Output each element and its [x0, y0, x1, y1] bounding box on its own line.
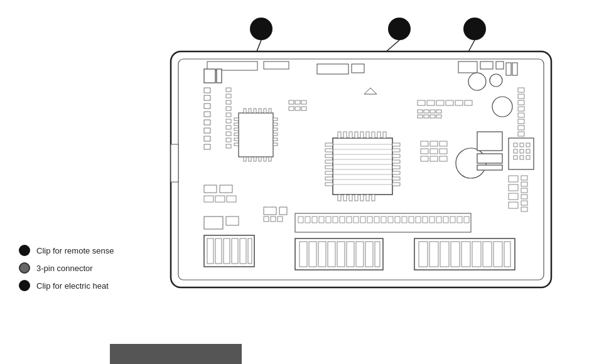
- svg-rect-142: [518, 132, 524, 136]
- svg-rect-144: [514, 143, 517, 147]
- svg-rect-212: [521, 201, 527, 205]
- svg-rect-17: [352, 64, 364, 73]
- svg-rect-229: [264, 217, 269, 222]
- svg-rect-117: [427, 100, 434, 105]
- svg-rect-116: [418, 100, 425, 105]
- legend-dot-electric-heat: [19, 280, 30, 291]
- svg-rect-89: [325, 171, 333, 174]
- svg-rect-206: [457, 217, 462, 223]
- svg-rect-137: [518, 100, 524, 105]
- svg-rect-224: [421, 156, 428, 161]
- svg-rect-27: [204, 104, 210, 109]
- svg-rect-157: [232, 238, 238, 264]
- legend-dot-remote-sense: [19, 245, 30, 256]
- svg-rect-135: [518, 88, 524, 92]
- svg-rect-20: [496, 62, 504, 69]
- svg-rect-199: [409, 217, 414, 223]
- svg-rect-52: [273, 128, 278, 131]
- legend: Clip for remote sense 3-pin connector Cl…: [19, 245, 114, 291]
- svg-rect-183: [298, 217, 303, 223]
- svg-rect-227: [264, 207, 276, 215]
- svg-rect-128: [430, 115, 435, 118]
- svg-rect-38: [226, 119, 231, 123]
- svg-rect-94: [392, 154, 400, 158]
- svg-rect-72: [295, 107, 300, 110]
- svg-rect-219: [430, 141, 438, 146]
- svg-rect-48: [234, 138, 239, 141]
- svg-rect-194: [374, 217, 379, 223]
- svg-rect-203: [436, 217, 441, 223]
- svg-rect-151: [520, 156, 524, 159]
- svg-rect-189: [340, 217, 345, 223]
- svg-rect-109: [338, 195, 341, 201]
- svg-rect-124: [430, 110, 435, 113]
- svg-rect-57: [249, 109, 251, 113]
- svg-rect-67: [269, 157, 271, 161]
- svg-rect-232: [204, 185, 217, 193]
- svg-rect-159: [248, 238, 252, 264]
- svg-rect-112: [355, 195, 358, 201]
- svg-rect-226: [440, 156, 447, 161]
- svg-rect-56: [244, 109, 246, 113]
- svg-rect-65: [259, 157, 261, 161]
- svg-point-23: [468, 73, 486, 90]
- svg-rect-220: [440, 141, 447, 146]
- svg-rect-45: [234, 123, 239, 126]
- svg-rect-58: [254, 109, 256, 113]
- svg-rect-146: [526, 143, 530, 147]
- svg-rect-163: [318, 242, 326, 267]
- svg-rect-70: [301, 100, 306, 104]
- svg-rect-114: [366, 195, 369, 201]
- svg-rect-148: [520, 149, 524, 153]
- svg-rect-43: [239, 113, 273, 157]
- svg-rect-223: [440, 149, 447, 154]
- svg-rect-190: [347, 217, 352, 223]
- svg-rect-122: [418, 110, 423, 113]
- svg-rect-230: [271, 217, 276, 222]
- svg-rect-33: [226, 88, 231, 92]
- svg-point-24: [490, 74, 502, 87]
- svg-rect-93: [392, 149, 400, 152]
- svg-rect-49: [234, 143, 239, 146]
- svg-rect-55: [273, 143, 278, 146]
- svg-rect-201: [423, 217, 428, 223]
- svg-rect-217: [509, 202, 518, 208]
- svg-rect-88: [325, 166, 333, 169]
- svg-rect-110: [343, 195, 347, 201]
- svg-rect-32: [204, 144, 210, 149]
- svg-rect-92: [392, 143, 400, 146]
- svg-rect-133: [477, 154, 502, 163]
- svg-rect-36: [226, 107, 231, 110]
- svg-rect-134: [477, 165, 502, 170]
- svg-rect-162: [309, 242, 316, 267]
- svg-rect-172: [429, 242, 438, 267]
- svg-rect-104: [360, 132, 364, 138]
- svg-rect-186: [319, 217, 324, 223]
- svg-rect-136: [518, 94, 524, 99]
- svg-rect-180: [204, 217, 223, 229]
- svg-rect-118: [436, 100, 444, 105]
- svg-rect-13: [264, 62, 289, 69]
- svg-rect-120: [455, 100, 463, 105]
- svg-rect-195: [381, 217, 386, 223]
- svg-rect-25: [204, 88, 210, 93]
- svg-rect-40: [226, 132, 231, 136]
- svg-rect-111: [349, 195, 352, 201]
- callout-dot-2: [388, 18, 411, 40]
- svg-rect-209: [521, 182, 527, 186]
- svg-rect-171: [419, 242, 428, 267]
- svg-rect-35: [226, 100, 231, 104]
- svg-rect-62: [244, 157, 246, 161]
- svg-rect-53: [273, 133, 278, 136]
- svg-rect-26: [204, 95, 210, 100]
- svg-rect-127: [424, 115, 429, 118]
- svg-point-131: [492, 97, 512, 117]
- svg-rect-41: [226, 138, 231, 142]
- svg-rect-149: [526, 149, 530, 153]
- svg-rect-177: [483, 242, 492, 267]
- svg-rect-205: [450, 217, 455, 223]
- svg-rect-193: [367, 217, 372, 223]
- svg-rect-155: [215, 238, 222, 264]
- svg-rect-16: [317, 64, 348, 74]
- svg-rect-69: [295, 100, 300, 104]
